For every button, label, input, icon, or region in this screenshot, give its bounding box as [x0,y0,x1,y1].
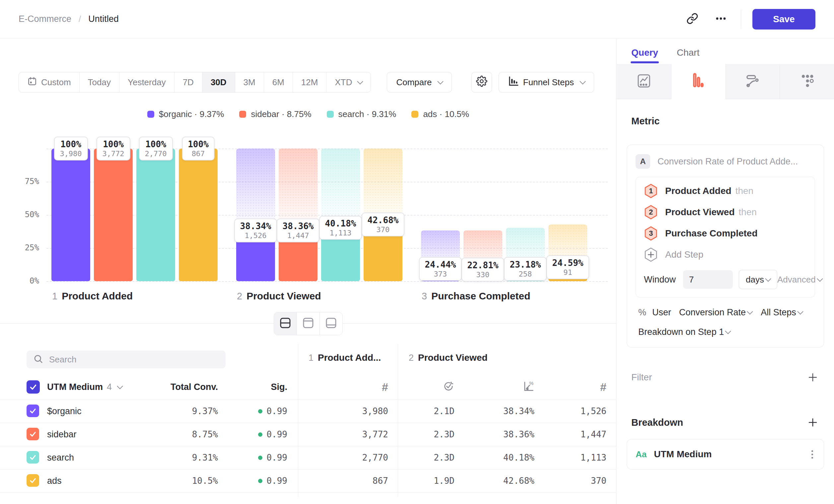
segment-label: search [47,446,74,469]
chart-type-dropdown[interactable]: Funnel Steps [499,72,594,92]
table-row-search[interactable]: search9.31%0.992,7702.3D40.18%1,113 [0,446,616,469]
table-row-organic[interactable]: $organic9.37%0.993,9802.1D38.34%1,526 [0,399,616,423]
table-step2-header[interactable]: 2 Product Viewed [409,352,488,363]
step2-count-column[interactable]: # [547,377,607,397]
tab-funnels[interactable] [671,64,726,99]
add-step-button[interactable]: Add Step [644,244,807,265]
layout-table-only-button[interactable] [320,312,342,335]
step-then-label: then [739,207,757,217]
range-6m[interactable]: 6M [264,72,293,92]
tab-insights[interactable] [617,64,671,99]
table-row-ads[interactable]: ads10.5%0.998671.9D42.68%370 [0,469,616,492]
row-checkbox[interactable] [26,405,39,417]
advanced-toggle[interactable]: Advanced [777,275,822,285]
step2-time-column[interactable] [408,377,455,397]
range-yesterday[interactable]: Yesterday [119,72,175,92]
step-axis-label-2: 2Product Viewed [237,291,321,302]
funnel-bar-ads-step1[interactable] [179,148,218,281]
chart-toolbar: CustomTodayYesterday7D30D3M6M12MXTD Comp… [19,72,594,92]
breakdown-count: 4 [107,382,112,392]
funnel-bar-organic-step1[interactable] [51,148,90,281]
add-step-label: Add Step [665,249,703,260]
gridline-0 [46,281,608,282]
steps-scope-dropdown[interactable]: All Steps [761,307,803,318]
breakdown-column-header[interactable]: UTM Medium 4 [47,377,122,397]
legend-swatch [147,111,154,118]
row-checkbox[interactable] [26,451,39,463]
step-event-name: Purchase Completed [665,228,758,239]
step1-count-value: 867 [319,469,388,492]
tab-retention[interactable] [780,64,834,99]
chart-settings-button[interactable] [471,72,492,92]
table-row-sidebar[interactable]: sidebar8.75%0.993,7722.3D38.36%1,447 [0,423,616,446]
kebab-menu-icon[interactable] [809,448,815,461]
total-conv-column-header[interactable]: Total Conv. [139,377,218,397]
step-then-label: then [736,186,754,196]
share-link-button[interactable] [684,10,701,28]
funnel-bar-sidebar-step1[interactable] [94,148,133,281]
range-today[interactable]: Today [80,72,119,92]
table-step1-header[interactable]: 1 Product Add... [309,352,381,363]
layout-chart-only-button[interactable] [297,312,320,335]
add-filter-button[interactable] [806,371,819,384]
step2-time-value: 1.9D [408,469,455,492]
step1-count-column[interactable]: # [319,377,388,397]
query-step-3[interactable]: 3Purchase Completed [644,223,807,244]
tab-chart[interactable]: Chart [677,47,699,63]
bar-conversion-label: 42.68% [368,215,399,225]
window-unit-label: days [746,275,764,285]
significance-value: 0.99 [232,399,287,423]
breadcrumb-board[interactable]: E-Commerce [19,14,71,24]
breakdown-property-name: UTM Medium [654,449,711,460]
step2-time-value: 2.1D [408,399,455,423]
legend-item-sidebar[interactable]: sidebar · 8.75% [239,109,311,119]
breakdown-property-card[interactable]: Aa UTM Medium [627,439,824,469]
range-12m[interactable]: 12M [293,72,327,92]
row-checkbox[interactable] [26,474,39,487]
range-xtd[interactable]: XTD [326,72,371,92]
legend-swatch [411,111,418,118]
total-conv-value: 10.5% [139,469,218,492]
y-axis-label: 75% [0,177,39,186]
bar-count-label: 373 [425,270,456,278]
metric-card: A Conversion Rate of Product Adde... 1Pr… [627,144,824,347]
report-type-tabs [617,64,834,99]
search-input[interactable] [48,354,219,365]
range-custom[interactable]: Custom [19,72,80,92]
funnel-bar-search-step1[interactable] [136,148,175,281]
query-step-1[interactable]: 1Product Addedthen [644,180,807,202]
report-title[interactable]: Untitled [88,14,119,24]
total-conv-value: 9.31% [139,446,218,469]
layout-split-button[interactable] [274,312,297,335]
range-30d[interactable]: 30D [202,72,235,92]
window-value-input[interactable] [683,270,733,289]
query-step-2[interactable]: 2Product Viewedthen [644,202,807,223]
range-7d[interactable]: 7D [175,72,202,92]
more-actions-button[interactable] [712,10,729,28]
funnel-steps-icon [508,76,519,89]
entity-label[interactable]: User [652,307,671,318]
breakdown-step-dropdown[interactable]: Breakdown on Step 1 [636,327,815,337]
select-all-checkbox[interactable] [26,380,40,394]
measure-dropdown[interactable]: Conversion Rate [679,307,752,318]
step2-conv-value: 42.68% [475,469,534,492]
step2-conversion-column[interactable]: % [475,377,534,397]
tab-flows[interactable] [726,64,780,99]
legend-item-organic[interactable]: $organic · 9.37% [147,109,224,119]
window-unit-select[interactable]: days [739,270,777,289]
save-button[interactable]: Save [752,9,815,29]
step2-conv-value: 40.18% [475,446,534,469]
add-breakdown-button[interactable] [806,416,819,429]
step-number-hexagon: 3 [644,226,658,241]
legend-item-search[interactable]: search · 9.31% [327,109,396,119]
step2-conv-value: 38.36% [475,423,534,446]
tab-query[interactable]: Query [631,47,658,63]
legend-item-ads[interactable]: ads · 10.5% [411,109,469,119]
metric-title-row[interactable]: A Conversion Rate of Product Adde... [636,154,815,169]
compare-button[interactable]: Compare [387,72,452,92]
row-checkbox[interactable] [26,428,39,440]
sig-column-header[interactable]: Sig. [232,377,287,397]
range-3m[interactable]: 3M [235,72,264,92]
segment-label: sidebar [47,423,76,446]
significance-dot-icon [258,479,262,483]
